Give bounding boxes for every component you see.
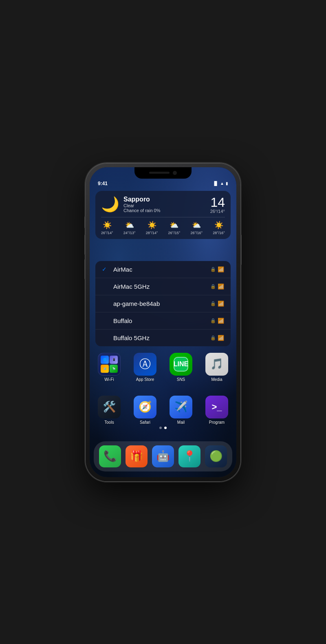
media-icon: 🎵	[205, 353, 228, 376]
wifi-icons-buffalo5: 🔒 📶	[210, 335, 224, 341]
tools-label: Tools	[104, 420, 114, 425]
wifi-dropdown: ✓ AirMac 🔒 📶 ✓ AirMac 5GHz 🔒 📶 ✓ ap-game…	[95, 261, 231, 346]
wifi-icons-airmac5: 🔒 📶	[210, 283, 224, 290]
checkmark-icon: ✓	[102, 266, 110, 272]
volume-down-button[interactable]	[84, 259, 86, 279]
camera	[173, 171, 177, 175]
forecast-day-6: ☀️ 28°/16°	[213, 221, 225, 235]
speaker	[149, 172, 170, 174]
tools-icon: 🛠️	[98, 396, 121, 418]
lock-icon-5: 🔒	[210, 335, 216, 341]
weather-divider	[101, 217, 225, 217]
forecast-temp-3: 28°/14°	[146, 231, 158, 235]
forecast-icon-6: ☀️	[214, 221, 223, 230]
wifi-name-buffalo: Buffalo	[113, 317, 210, 324]
maps-dock-icon[interactable]: 📍	[178, 445, 200, 467]
page-dot-2	[164, 427, 167, 429]
lock-icon-3: 🔒	[210, 301, 216, 306]
wifi-folder-icon: 🌐 📱 ⚙️ 📡	[98, 353, 121, 376]
media-app[interactable]: 🎵 Media	[203, 353, 231, 382]
weather-top: 🌙 Sapporo Clear Chance of rain 0% 14 26°…	[101, 196, 225, 214]
power-button[interactable]	[240, 235, 242, 265]
wifi-name-game: ap-game-be84ab	[113, 300, 210, 307]
signal-strength-icon-3: 📶	[218, 301, 224, 307]
mail-icon: ✈️	[170, 396, 192, 418]
signal-strength-icon-2: 📶	[218, 283, 224, 290]
phone-dock-icon[interactable]: 📞	[99, 445, 121, 467]
line-app[interactable]: LINE SNS	[167, 353, 195, 382]
page-dots	[90, 427, 236, 429]
forecast-temp-6: 28°/16°	[213, 231, 225, 235]
page-dot-1	[159, 427, 162, 429]
checkmark-icon-empty-2: ✓	[102, 300, 110, 307]
wifi-name-airmac: AirMac	[113, 266, 210, 273]
forecast-day-5: ⛅ 26°/16°	[190, 221, 203, 235]
wifi-icons-airmac: 🔒 📶	[210, 266, 224, 272]
moon-icon: 🌙	[101, 197, 119, 212]
forecast-day-2: ⛅ 24°/13°	[123, 221, 136, 235]
forecast-temp-4: 26°/15°	[168, 231, 181, 235]
checkmark-icon-empty-4: ✓	[102, 334, 110, 341]
checkmark-icon-empty-3: ✓	[102, 317, 110, 324]
program-label: Program	[209, 420, 225, 425]
signal-icon: ▐▌	[213, 181, 218, 186]
weather-temp: 14 26°/14°	[210, 196, 225, 214]
wifi-folder-label: Wi-Fi	[104, 377, 114, 382]
forecast-temp-1: 26°/14°	[101, 231, 113, 235]
wifi-folder-app[interactable]: 🌐 📱 ⚙️ 📡 Wi-Fi	[95, 353, 123, 382]
mail-label: Mail	[177, 420, 185, 425]
forecast-icon-3: ☀️	[148, 221, 156, 230]
program-app[interactable]: >_ Program	[203, 396, 231, 425]
folder-cell-4: 📡	[110, 365, 118, 373]
signal-strength-icon-5: 📶	[218, 335, 224, 341]
safari-app[interactable]: 🧭 Safari	[131, 396, 159, 425]
status-time: 9:41	[98, 181, 108, 186]
wifi-network-buffalo5[interactable]: ✓ Buffalo 5GHz 🔒 📶	[95, 330, 231, 346]
forecast-icon-2: ⛅	[125, 221, 134, 230]
weather-info: Sapporo Clear Chance of rain 0%	[123, 196, 161, 213]
temp-range: 26°/14°	[210, 209, 225, 214]
forecast-icon-5: ⛅	[192, 221, 201, 230]
wifi-icons-game: 🔒 📶	[210, 301, 224, 307]
dark-dock-icon[interactable]: 🟢	[205, 445, 227, 467]
app-row-folders: 🌐 📱 ⚙️ 📡 Wi-Fi Ⓐ App Store LINE SNS	[95, 353, 231, 382]
phone-screen: 9:41 ▐▌ ▲ ▮ 🌙 Sapporo Clear Chance of ra…	[90, 167, 236, 477]
appstore-app[interactable]: Ⓐ App Store	[131, 353, 159, 382]
folder-cell-3: ⚙️	[101, 365, 109, 373]
forecast-temp-5: 26°/16°	[190, 231, 203, 235]
wifi-network-airmac[interactable]: ✓ AirMac 🔒 📶	[95, 261, 231, 278]
wifi-network-game[interactable]: ✓ ap-game-be84ab 🔒 📶	[95, 295, 231, 312]
weather-widget: 🌙 Sapporo Clear Chance of rain 0% 14 26°…	[95, 191, 231, 239]
dock: 📞 🎁 🤖 📍 🟢	[94, 441, 232, 471]
safari-label: Safari	[140, 420, 150, 425]
volume-up-button[interactable]	[84, 235, 86, 255]
line-label: SNS	[177, 377, 185, 382]
weather-rain: Chance of rain 0%	[123, 208, 161, 213]
app-row-2: 🛠️ Tools 🧭 Safari ✈️ Mail >_ Program	[95, 396, 231, 425]
lock-icon-2: 🔒	[210, 284, 216, 289]
forecast-day-4: ⛅ 26°/15°	[168, 221, 181, 235]
wifi-status-icon: ▲	[220, 181, 224, 186]
wifi-icons-buffalo: 🔒 📶	[210, 318, 224, 324]
wifi-network-airmac5[interactable]: ✓ AirMac 5GHz 🔒 📶	[95, 278, 231, 295]
wifi-name-airmac5: AirMac 5GHz	[113, 283, 210, 290]
tools-app[interactable]: 🛠️ Tools	[95, 396, 123, 425]
line-icon: LINE	[170, 353, 192, 376]
forecast-icon-1: ☀️	[103, 221, 112, 230]
status-icons: ▐▌ ▲ ▮	[213, 181, 228, 186]
signal-strength-icon: 📶	[218, 266, 224, 272]
weather-city: Sapporo	[123, 196, 161, 203]
safari-icon: 🧭	[134, 396, 156, 418]
store-dock-icon[interactable]: 🎁	[126, 445, 148, 467]
appstore-icon: Ⓐ	[134, 353, 156, 376]
robot-dock-icon[interactable]: 🤖	[152, 445, 174, 467]
forecast-temp-2: 24°/13°	[123, 231, 136, 235]
wifi-network-buffalo[interactable]: ✓ Buffalo 🔒 📶	[95, 312, 231, 330]
folder-grid: 🌐 📱 ⚙️ 📡	[98, 353, 120, 375]
wifi-name-buffalo5: Buffalo 5GHz	[113, 334, 210, 341]
signal-strength-icon-4: 📶	[218, 318, 224, 324]
folder-cell-2: 📱	[110, 356, 118, 364]
mute-button[interactable]	[84, 216, 86, 228]
mail-app[interactable]: ✈️ Mail	[167, 396, 195, 425]
phone-frame: 9:41 ▐▌ ▲ ▮ 🌙 Sapporo Clear Chance of ra…	[86, 163, 240, 481]
